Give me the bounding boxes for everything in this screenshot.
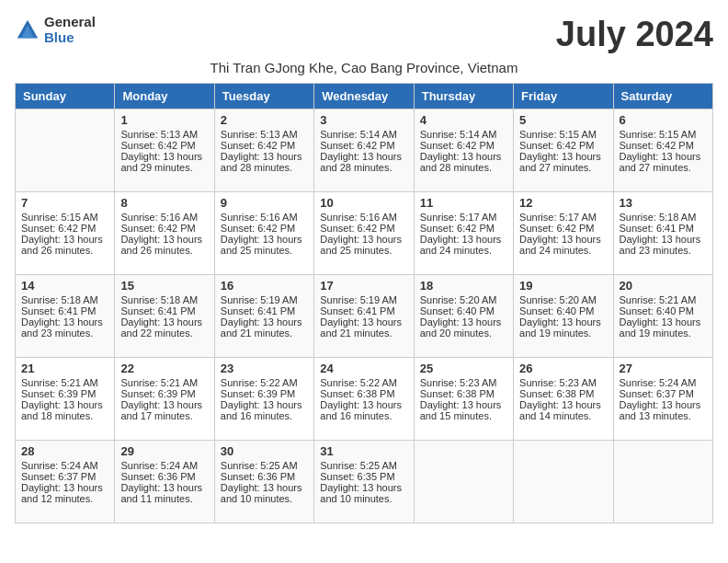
day-number: 14 [21, 279, 108, 293]
day-cell-6: 6Sunrise: 5:15 AMSunset: 6:42 PMDaylight… [613, 109, 712, 192]
day-cell-3: 3Sunrise: 5:14 AMSunset: 6:42 PMDaylight… [314, 109, 414, 192]
week-row-2: 7Sunrise: 5:15 AMSunset: 6:42 PMDaylight… [16, 192, 713, 275]
daylight-text: Daylight: 13 hours and 29 minutes. [120, 151, 208, 173]
sunrise-text: Sunrise: 5:21 AM [120, 377, 208, 388]
day-cell-9: 9Sunrise: 5:16 AMSunset: 6:42 PMDaylight… [214, 192, 313, 275]
day-cell-empty [613, 441, 712, 523]
day-cell-7: 7Sunrise: 5:15 AMSunset: 6:42 PMDaylight… [16, 192, 115, 275]
calendar-body: 1Sunrise: 5:13 AMSunset: 6:42 PMDaylight… [16, 109, 713, 523]
day-cell-empty [16, 109, 115, 192]
header-cell-saturday: Saturday [613, 84, 712, 109]
sunset-text: Sunset: 6:41 PM [221, 305, 308, 316]
sunrise-text: Sunrise: 5:23 AM [420, 377, 507, 388]
day-cell-23: 23Sunrise: 5:22 AMSunset: 6:39 PMDayligh… [214, 358, 313, 441]
day-number: 4 [420, 113, 507, 127]
daylight-text: Daylight: 13 hours and 13 minutes. [620, 399, 707, 421]
day-number: 18 [420, 279, 507, 293]
day-cell-5: 5Sunrise: 5:15 AMSunset: 6:42 PMDaylight… [514, 109, 613, 192]
calendar-table: SundayMondayTuesdayWednesdayThursdayFrid… [15, 83, 713, 523]
day-cell-empty [414, 441, 513, 523]
day-number: 17 [320, 279, 407, 293]
sunset-text: Sunset: 6:35 PM [320, 471, 407, 482]
header-cell-sunday: Sunday [16, 84, 115, 109]
sunrise-text: Sunrise: 5:21 AM [21, 377, 108, 388]
day-number: 15 [120, 279, 208, 293]
daylight-text: Daylight: 13 hours and 19 minutes. [519, 316, 607, 339]
daylight-text: Daylight: 13 hours and 10 minutes. [320, 482, 407, 504]
sunset-text: Sunset: 6:41 PM [120, 305, 208, 316]
sunrise-text: Sunrise: 5:14 AM [420, 129, 507, 140]
daylight-text: Daylight: 13 hours and 28 minutes. [420, 151, 507, 173]
day-cell-14: 14Sunrise: 5:18 AMSunset: 6:41 PMDayligh… [16, 275, 115, 358]
daylight-text: Daylight: 13 hours and 23 minutes. [620, 234, 707, 256]
header-cell-tuesday: Tuesday [214, 84, 313, 109]
daylight-text: Daylight: 13 hours and 28 minutes. [221, 151, 308, 173]
header: General Blue July 2024 [15, 15, 713, 54]
daylight-text: Daylight: 13 hours and 28 minutes. [320, 151, 407, 173]
sunset-text: Sunset: 6:42 PM [519, 140, 607, 151]
sunrise-text: Sunrise: 5:24 AM [120, 460, 208, 471]
day-number: 21 [21, 362, 108, 375]
sunrise-text: Sunrise: 5:22 AM [221, 377, 308, 388]
daylight-text: Daylight: 13 hours and 21 minutes. [320, 316, 407, 339]
day-number: 28 [21, 444, 108, 458]
header-cell-friday: Friday [514, 84, 613, 109]
sunset-text: Sunset: 6:42 PM [320, 140, 407, 151]
day-number: 23 [221, 362, 308, 375]
sunset-text: Sunset: 6:42 PM [420, 140, 507, 151]
day-cell-26: 26Sunrise: 5:23 AMSunset: 6:38 PMDayligh… [514, 358, 613, 441]
sunset-text: Sunset: 6:42 PM [120, 140, 208, 151]
sunrise-text: Sunrise: 5:21 AM [620, 294, 707, 305]
day-cell-28: 28Sunrise: 5:24 AMSunset: 6:37 PMDayligh… [16, 441, 115, 523]
day-cell-24: 24Sunrise: 5:22 AMSunset: 6:38 PMDayligh… [314, 358, 414, 441]
day-number: 9 [221, 196, 308, 210]
sunset-text: Sunset: 6:39 PM [221, 388, 308, 399]
daylight-text: Daylight: 13 hours and 26 minutes. [21, 234, 108, 256]
day-cell-13: 13Sunrise: 5:18 AMSunset: 6:41 PMDayligh… [613, 192, 712, 275]
day-number: 29 [120, 444, 208, 458]
daylight-text: Daylight: 13 hours and 25 minutes. [320, 234, 407, 256]
sunset-text: Sunset: 6:37 PM [21, 471, 108, 482]
day-cell-11: 11Sunrise: 5:17 AMSunset: 6:42 PMDayligh… [414, 192, 513, 275]
sunset-text: Sunset: 6:36 PM [120, 471, 208, 482]
day-cell-25: 25Sunrise: 5:23 AMSunset: 6:38 PMDayligh… [414, 358, 513, 441]
sunrise-text: Sunrise: 5:18 AM [620, 212, 707, 223]
day-number: 13 [620, 196, 707, 210]
sunset-text: Sunset: 6:42 PM [221, 223, 308, 234]
day-number: 20 [620, 279, 707, 293]
day-number: 26 [519, 362, 607, 375]
sunset-text: Sunset: 6:42 PM [320, 223, 407, 234]
week-row-5: 28Sunrise: 5:24 AMSunset: 6:37 PMDayligh… [16, 441, 713, 523]
sunset-text: Sunset: 6:42 PM [420, 223, 507, 234]
day-number: 27 [620, 362, 707, 375]
sunrise-text: Sunrise: 5:20 AM [420, 294, 507, 305]
sunrise-text: Sunrise: 5:17 AM [519, 212, 607, 223]
sunset-text: Sunset: 6:38 PM [420, 388, 507, 399]
sunset-text: Sunset: 6:42 PM [519, 223, 607, 234]
day-number: 25 [420, 362, 507, 375]
daylight-text: Daylight: 13 hours and 20 minutes. [420, 316, 507, 339]
day-cell-2: 2Sunrise: 5:13 AMSunset: 6:42 PMDaylight… [214, 109, 313, 192]
sunrise-text: Sunrise: 5:24 AM [21, 460, 108, 471]
day-number: 31 [320, 444, 407, 458]
daylight-text: Daylight: 13 hours and 11 minutes. [120, 482, 208, 504]
sunset-text: Sunset: 6:37 PM [620, 388, 707, 399]
sunrise-text: Sunrise: 5:19 AM [221, 294, 308, 305]
sunrise-text: Sunrise: 5:25 AM [221, 460, 308, 471]
sunset-text: Sunset: 6:41 PM [620, 223, 707, 234]
day-cell-20: 20Sunrise: 5:21 AMSunset: 6:40 PMDayligh… [613, 275, 712, 358]
day-cell-22: 22Sunrise: 5:21 AMSunset: 6:39 PMDayligh… [115, 358, 214, 441]
day-number: 11 [420, 196, 507, 210]
day-number: 5 [519, 113, 607, 127]
day-cell-21: 21Sunrise: 5:21 AMSunset: 6:39 PMDayligh… [16, 358, 115, 441]
sunset-text: Sunset: 6:40 PM [519, 305, 607, 316]
day-number: 19 [519, 279, 607, 293]
sunrise-text: Sunrise: 5:22 AM [320, 377, 407, 388]
daylight-text: Daylight: 13 hours and 22 minutes. [120, 316, 208, 339]
sunset-text: Sunset: 6:42 PM [120, 223, 208, 234]
day-number: 6 [620, 113, 707, 127]
day-cell-1: 1Sunrise: 5:13 AMSunset: 6:42 PMDaylight… [115, 109, 214, 192]
sunset-text: Sunset: 6:42 PM [221, 140, 308, 151]
logo-general-text: General [44, 15, 96, 30]
day-number: 16 [221, 279, 308, 293]
